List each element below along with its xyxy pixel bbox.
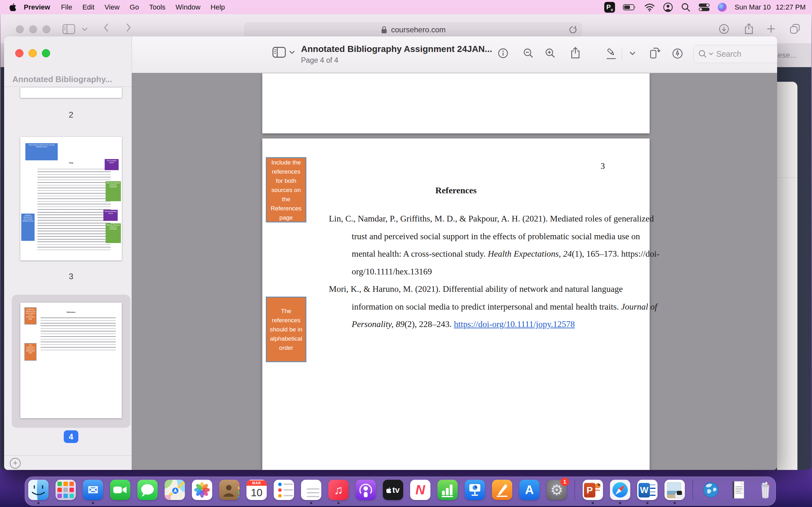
menu-window[interactable]: Window <box>171 3 206 11</box>
menu-edit[interactable]: Edit <box>78 3 100 11</box>
menu-go[interactable]: Go <box>125 3 144 11</box>
thumbnail-page-2[interactable] <box>20 88 122 98</box>
share-icon[interactable] <box>744 23 754 35</box>
running-indicator <box>647 502 649 504</box>
spotlight-icon[interactable] <box>681 3 691 12</box>
dock-item-powerpoint[interactable]: P <box>583 480 603 500</box>
battery-icon[interactable] <box>623 4 636 10</box>
menubar-date[interactable]: Sun Mar 10 <box>734 3 771 11</box>
dock-item-contacts[interactable] <box>219 480 240 500</box>
dock-item-trash[interactable] <box>755 480 775 500</box>
appstore-glyph: A <box>525 483 534 497</box>
zoom-in-icon[interactable] <box>545 48 556 59</box>
menu-app-name[interactable]: Preview <box>18 3 56 11</box>
dock-item-messages[interactable] <box>137 480 158 500</box>
markup-pen-icon[interactable] <box>671 48 683 60</box>
dock-item-news[interactable]: N <box>410 480 430 500</box>
px-app-status-icon[interactable]: Px <box>604 2 615 13</box>
sidebar-filename: Annotated Bibliography... <box>12 74 125 84</box>
dock-item-photos[interactable] <box>192 480 212 500</box>
dock-item-tv[interactable]: tv <box>383 480 403 500</box>
dock-item-mail[interactable]: ✉ <box>83 480 103 500</box>
dock-item-maps[interactable] <box>165 480 185 500</box>
desktop: coursehero.com ese... <box>0 0 812 507</box>
new-tab-icon[interactable] <box>766 24 776 34</box>
selected-page-badge: 4 <box>64 430 78 443</box>
thumb3-callout-purple-1: First scholarly source <box>105 159 119 170</box>
sidebar-chevron-icon[interactable] <box>289 51 295 54</box>
dock-item-numbers[interactable] <box>438 480 458 500</box>
dock-item-launchpad[interactable] <box>55 480 76 500</box>
menu-view[interactable]: View <box>100 3 125 11</box>
menu-bar: Preview File Edit View Go Tools Window H… <box>0 0 812 14</box>
rotate-icon[interactable] <box>648 46 661 60</box>
fullscreen-button[interactable] <box>42 49 50 57</box>
safari-forward-icon[interactable] <box>126 23 131 32</box>
sidebar-toggle-icon[interactable] <box>272 47 286 58</box>
minimize-button[interactable] <box>29 49 37 57</box>
safari-sidebar-chevron-icon[interactable] <box>82 27 88 32</box>
references-heading: References <box>262 185 650 195</box>
tab-overview-icon[interactable] <box>789 23 801 35</box>
dock-item-finder[interactable] <box>28 480 49 500</box>
search-field[interactable] <box>693 45 777 63</box>
safari-url-field[interactable]: coursehero.com <box>244 22 582 37</box>
control-center-icon[interactable] <box>699 3 710 11</box>
wifi-icon[interactable] <box>644 3 655 11</box>
zoom-out-icon[interactable] <box>523 48 534 59</box>
search-input[interactable] <box>716 49 777 59</box>
dock-item-notes[interactable] <box>301 480 321 500</box>
doi-link[interactable]: https://doi-org/10.1111/jopy.12578 <box>454 319 575 329</box>
safari-zoom-button[interactable] <box>43 25 50 33</box>
calendar-month: MAR <box>247 481 267 486</box>
launchpad-grid-icon <box>57 482 74 498</box>
menu-tools[interactable]: Tools <box>144 3 170 11</box>
highlighter-chevron-icon[interactable] <box>629 52 635 55</box>
downloads-icon[interactable] <box>719 24 729 34</box>
safari-minimize-button[interactable] <box>29 25 37 33</box>
menu-file[interactable]: File <box>56 3 77 11</box>
dock-divider <box>574 480 575 500</box>
running-indicator <box>619 502 621 504</box>
safari-back-icon[interactable] <box>103 23 108 32</box>
menubar-time[interactable]: 12:27 PM <box>776 3 806 11</box>
thumbnail-page-4[interactable]: Include the references for both sources … <box>20 302 122 418</box>
tv-glyph: tv <box>392 485 400 495</box>
dock-item-reminders[interactable] <box>274 480 294 500</box>
safari-close-button[interactable] <box>16 25 24 33</box>
running-indicator <box>310 502 312 504</box>
callout-alphabetical-order: The references should be in alphabetical… <box>266 297 306 362</box>
dock-item-music[interactable]: ♫ <box>328 480 349 500</box>
apple-menu-icon[interactable] <box>9 3 16 11</box>
dock-item-documents-stack[interactable] <box>728 480 748 500</box>
music-note-icon: ♫ <box>334 483 343 497</box>
share-icon[interactable] <box>570 47 581 59</box>
dock-item-network-globe[interactable] <box>701 480 721 500</box>
siri-icon[interactable] <box>718 3 727 12</box>
notification-badge: 1 <box>560 477 569 486</box>
running-indicator <box>592 502 594 504</box>
dock-item-facetime[interactable] <box>110 480 131 500</box>
safari-sidebar-icon[interactable] <box>62 24 75 34</box>
menu-help[interactable]: Help <box>206 3 230 11</box>
reload-icon[interactable] <box>568 25 577 35</box>
add-page-button[interactable]: + <box>10 458 20 469</box>
thumbnail-label-3: 3 <box>20 272 122 281</box>
dock-item-podcasts[interactable] <box>356 480 376 500</box>
dock-item-pages[interactable] <box>492 480 512 500</box>
dock-item-safari[interactable] <box>610 480 630 500</box>
dock-item-system-settings[interactable]: ⚙ 1 <box>547 480 567 500</box>
dock-item-word[interactable]: W <box>637 480 658 500</box>
tab-label-fragment[interactable]: ese... <box>778 51 797 60</box>
thumbnail-page-3[interactable]: First include a reference for your first… <box>20 137 122 261</box>
dock-item-calendar[interactable]: MAR 10 <box>247 480 267 500</box>
dock-item-keynote[interactable] <box>465 480 485 500</box>
dock-item-appstore[interactable]: A <box>519 480 540 500</box>
info-icon[interactable] <box>497 48 509 59</box>
thumb4-heading: References <box>20 311 122 313</box>
dock-item-preview[interactable] <box>664 480 685 500</box>
user-account-icon[interactable] <box>663 2 673 12</box>
search-chevron-icon[interactable] <box>709 53 713 55</box>
highlighter-icon[interactable] <box>605 48 618 60</box>
close-button[interactable] <box>15 49 23 57</box>
